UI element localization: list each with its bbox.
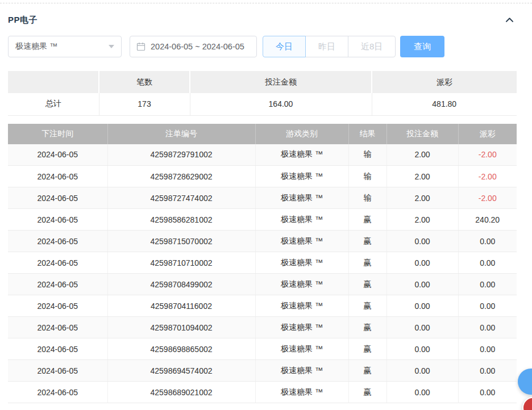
- customer-service-float-button[interactable]: [518, 369, 532, 395]
- game-name-cell: 极速糖果 ™: [255, 338, 348, 360]
- table-row: 2024-06-05 42598708499002 极速糖果 ™ 赢 0.00 …: [8, 274, 517, 295]
- bet-amount-cell: 0.00: [386, 317, 458, 338]
- bet-time-cell: 2024-06-05: [8, 166, 107, 187]
- result-cell: 赢: [348, 317, 386, 338]
- query-button[interactable]: 查询: [400, 36, 444, 57]
- result-cell: 赢: [348, 209, 386, 231]
- game-name-cell: 极速糖果 ™: [255, 360, 348, 382]
- summary-total-bet: 164.00: [190, 93, 372, 115]
- game-name-cell: 极速糖果 ™: [255, 252, 348, 274]
- date-range-picker[interactable]: 2024-06-05 ~ 2024-06-05: [130, 36, 257, 57]
- order-id-cell: 42598708499002: [107, 274, 255, 295]
- summary-total-label: 总计: [8, 93, 99, 115]
- payout-cell: -2.00: [458, 166, 517, 187]
- date-range-value: 2024-06-05 ~ 2024-06-05: [151, 42, 244, 51]
- order-id-cell: 42598704116002: [107, 295, 255, 317]
- summary-header-payout: 派彩: [372, 71, 517, 93]
- quick-date-button[interactable]: 昨日: [305, 36, 348, 57]
- result-cell: 赢: [348, 231, 386, 252]
- result-cell: 输: [348, 144, 386, 166]
- payout-cell: -2.00: [458, 187, 517, 209]
- bets-table: 下注时间 注单编号 游戏类别 结果 投注金额 派彩 2024-06-05 425…: [8, 124, 517, 404]
- bet-time-cell: 2024-06-05: [8, 338, 107, 360]
- bet-amount-cell: 0.00: [386, 274, 458, 295]
- quick-date-buttons: 今日 昨日 近8日: [263, 36, 396, 57]
- game-name-cell: 极速糖果 ™: [255, 166, 348, 187]
- order-id-cell: 42598710710002: [107, 252, 255, 274]
- game-select[interactable]: 极速糖果 ™: [8, 36, 122, 57]
- filter-bar: 极速糖果 ™ 2024-06-05 ~ 2024-06-05 今日 昨日 近8日…: [8, 36, 532, 57]
- game-name-cell: 极速糖果 ™: [255, 274, 348, 295]
- bets-header-game: 游戏类别: [255, 124, 348, 144]
- payout-cell: 0.00: [458, 317, 517, 338]
- table-row: 2024-06-05 42598704116002 极速糖果 ™ 赢 0.00 …: [8, 295, 517, 317]
- bet-amount-cell: 0.00: [386, 231, 458, 252]
- result-cell: 赢: [348, 295, 386, 317]
- bet-amount-cell: 0.00: [386, 295, 458, 317]
- order-id-cell: 42598701094002: [107, 317, 255, 338]
- payout-cell: 0.00: [458, 274, 517, 295]
- payout-cell: 0.00: [458, 382, 517, 403]
- bets-header-payout: 派彩: [458, 124, 517, 144]
- panel-title: PP电子: [8, 15, 38, 26]
- game-name-cell: 极速糖果 ™: [255, 295, 348, 317]
- quick-date-button[interactable]: 今日: [263, 36, 306, 57]
- bet-time-cell: 2024-06-05: [8, 317, 107, 338]
- bet-amount-cell: 2.00: [386, 187, 458, 209]
- bets-table-body: 2024-06-05 42598729791002 极速糖果 ™ 输 2.00 …: [8, 144, 517, 403]
- bet-amount-cell: 2.00: [386, 166, 458, 187]
- bet-amount-cell: 0.00: [386, 252, 458, 274]
- bet-time-cell: 2024-06-05: [8, 231, 107, 252]
- game-name-cell: 极速糖果 ™: [255, 144, 348, 166]
- order-id-cell: 42598727474002: [107, 187, 255, 209]
- table-row: 2024-06-05 42598715070002 极速糖果 ™ 赢 0.00 …: [8, 231, 517, 252]
- bet-time-cell: 2024-06-05: [8, 360, 107, 382]
- game-name-cell: 极速糖果 ™: [255, 317, 348, 338]
- summary-header-row: 笔数 投注金额 派彩: [8, 71, 517, 93]
- payout-cell: 0.00: [458, 360, 517, 382]
- bets-header-bet: 投注金额: [386, 124, 458, 144]
- bet-amount-cell: 2.00: [386, 144, 458, 166]
- table-row: 2024-06-05 42598694574002 极速糖果 ™ 赢 0.00 …: [8, 360, 517, 382]
- payout-cell: 0.00: [458, 338, 517, 360]
- result-cell: 赢: [348, 382, 386, 403]
- result-cell: 输: [348, 166, 386, 187]
- order-id-cell: 42598715070002: [107, 231, 255, 252]
- bet-time-cell: 2024-06-05: [8, 144, 107, 166]
- promo-float-button[interactable]: [522, 397, 532, 410]
- summary-table: 笔数 投注金额 派彩 总计 173 164.00 481.80: [8, 71, 517, 116]
- payout-cell: 0.00: [458, 295, 517, 317]
- summary-total-row: 总计 173 164.00 481.80: [8, 93, 517, 115]
- game-name-cell: 极速糖果 ™: [255, 187, 348, 209]
- payout-cell: 240.20: [458, 209, 517, 231]
- bets-header-result: 结果: [348, 124, 386, 144]
- quick-date-button[interactable]: 近8日: [348, 36, 396, 57]
- result-cell: 赢: [348, 252, 386, 274]
- table-row: 2024-06-05 42598728629002 极速糖果 ™ 输 2.00 …: [8, 166, 517, 187]
- bet-time-cell: 2024-06-05: [8, 295, 107, 317]
- bet-time-cell: 2024-06-05: [8, 252, 107, 274]
- bets-header-time: 下注时间: [8, 124, 107, 144]
- pp-games-report-panel: PP电子 极速糖果 ™ 2024-06-05 ~ 2024-06-05 今日 昨…: [0, 0, 532, 410]
- summary-header-bet: 投注金额: [190, 71, 372, 93]
- collapse-chevron-up-icon[interactable]: [504, 15, 515, 26]
- game-select-value: 极速糖果 ™: [15, 41, 57, 52]
- bets-header-row: 下注时间 注单编号 游戏类别 结果 投注金额 派彩: [8, 124, 517, 144]
- game-name-cell: 极速糖果 ™: [255, 209, 348, 231]
- order-id-cell: 42598694574002: [107, 360, 255, 382]
- calendar-icon: [136, 42, 146, 51]
- bet-amount-cell: 0.00: [386, 382, 458, 403]
- summary-total-payout: 481.80: [372, 93, 517, 115]
- summary-header-empty: [8, 71, 99, 93]
- table-row: 2024-06-05 42598710710002 极速糖果 ™ 赢 0.00 …: [8, 252, 517, 274]
- table-row: 2024-06-05 42598729791002 极速糖果 ™ 输 2.00 …: [8, 144, 517, 166]
- summary-header-count: 笔数: [99, 71, 190, 93]
- bet-time-cell: 2024-06-05: [8, 209, 107, 231]
- table-row: 2024-06-05 42598727474002 极速糖果 ™ 输 2.00 …: [8, 187, 517, 209]
- bet-time-cell: 2024-06-05: [8, 382, 107, 403]
- bets-header-order: 注单编号: [107, 124, 255, 144]
- table-row: 2024-06-05 42598586281002 极速糖果 ™ 赢 2.00 …: [8, 209, 517, 231]
- bet-amount-cell: 0.00: [386, 338, 458, 360]
- order-id-cell: 42598689021002: [107, 382, 255, 403]
- chevron-down-icon: [109, 45, 114, 48]
